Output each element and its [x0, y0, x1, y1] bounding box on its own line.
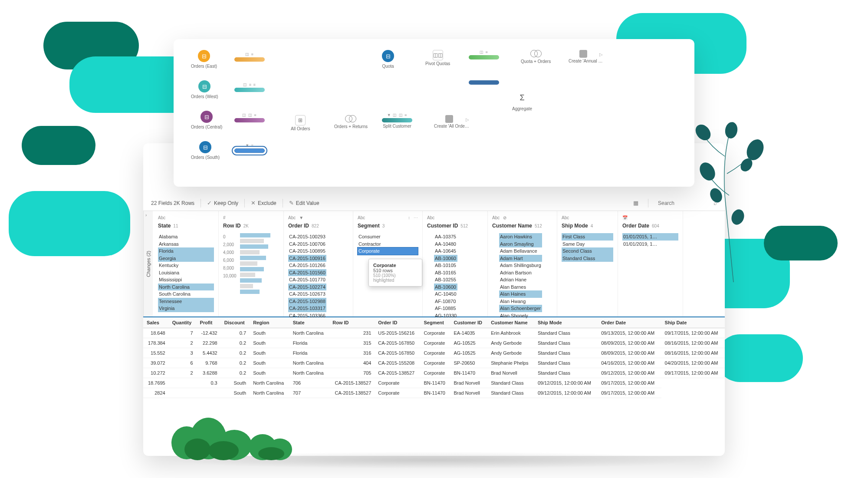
list-item[interactable]: Standard Class — [562, 255, 613, 262]
data-grid[interactable]: SalesQuantityProfitDiscountRegionStateRo… — [143, 317, 725, 398]
histogram-bar[interactable] — [240, 250, 279, 254]
list-item[interactable]: South Carolina — [158, 290, 214, 298]
column-header[interactable]: Quantity — [169, 317, 197, 328]
list-item[interactable]: AF-10870 — [434, 298, 457, 305]
profile-col-order-id[interactable]: Abc▼ Order ID822 CA-2015-100293CA-2015-1… — [284, 211, 353, 316]
histogram-bar[interactable] — [240, 256, 279, 260]
column-header[interactable]: Profit — [197, 317, 221, 328]
histogram-bar[interactable] — [240, 244, 279, 249]
list-item[interactable]: Louisiana — [158, 269, 214, 277]
list-item[interactable]: Adam Shillingsburg — [499, 262, 542, 269]
list-item[interactable]: CA-2015-101266 — [288, 262, 326, 269]
profile-col-customer-name[interactable]: Abc⊘ Customer Name512 Aaron HawkinsAaron… — [488, 211, 557, 316]
join-orders-returns[interactable]: Orders + Returns — [334, 115, 368, 129]
histogram-bar[interactable] — [240, 261, 279, 266]
profile-col-state[interactable]: Abc State11 AlabamaArkansasFloridaGeorgi… — [154, 211, 219, 316]
clean-step-quota[interactable]: ◫ ≡ — [469, 50, 499, 61]
list-item[interactable]: Adam Hart — [499, 255, 542, 262]
table-row[interactable]: 18.76950.3SouthNorth Carolina706CA-2015-… — [143, 378, 725, 388]
clean-step-east[interactable]: ◫ ≡ — [234, 52, 265, 63]
list-item[interactable]: Adrian Bartson — [499, 269, 542, 277]
profile-col-order-date[interactable]: 📅 Order Date604 01/01/2015, 1…01/01/2019… — [618, 211, 683, 316]
list-item[interactable]: Corporate — [358, 247, 418, 255]
keep-only-button[interactable]: ✓ Keep Only — [207, 200, 238, 206]
list-item[interactable]: Alan Hwang — [499, 298, 542, 305]
list-item[interactable]: Aaron Hawkins — [499, 233, 542, 241]
list-item[interactable]: CA-2015-102274 — [288, 284, 326, 291]
table-row[interactable]: 15.55235.44320.2SouthFlorida316CA-2015-1… — [143, 348, 725, 358]
histogram-bar[interactable] — [240, 290, 279, 294]
column-header[interactable]: Order Date — [598, 317, 661, 328]
list-item[interactable]: CA-2015-101560 — [288, 269, 326, 277]
more-icon[interactable]: ⋯ — [414, 215, 418, 220]
output-annual[interactable]: ▷ Create 'Annual … — [569, 50, 603, 63]
list-item[interactable]: AF-10885 — [434, 305, 457, 312]
list-item[interactable]: AA-10480 — [434, 241, 457, 248]
changes-tab[interactable]: Changes (2) — [143, 211, 153, 316]
histogram-bar[interactable] — [240, 284, 279, 288]
source-orders-central[interactable]: ⊟ Orders (Central) — [191, 111, 222, 129]
clean-step-west[interactable]: ◫ ≡ ≡ — [234, 82, 265, 93]
list-item[interactable]: 01/01/2019, 1… — [622, 241, 678, 248]
source-orders-west[interactable]: ⊟ Orders (West) — [191, 80, 218, 99]
step-aggregate[interactable]: Σ Aggregate — [512, 93, 532, 111]
list-item[interactable]: Consumer — [358, 233, 418, 241]
table-row[interactable]: 2824SouthNorth Carolina707CA-2015-138527… — [143, 388, 725, 398]
list-item[interactable]: CA-2015-100895 — [288, 247, 326, 255]
output-all-orders[interactable]: ▷ Create 'All Orde… — [434, 115, 469, 129]
column-header[interactable]: Order ID — [375, 317, 420, 328]
table-row[interactable]: 10.27223.62880.2SouthNorth Carolina705CA… — [143, 368, 725, 378]
union-all-orders[interactable]: ⊞ All Orders — [291, 115, 310, 131]
grid-icon[interactable]: ▦ — [633, 200, 638, 206]
list-item[interactable]: CA-2015-102673 — [288, 290, 326, 298]
list-item[interactable]: Alabama — [158, 233, 214, 241]
clean-step-central[interactable]: ◫ ◫ ≡ — [234, 113, 265, 124]
exclude-button[interactable]: ✕ Exclude — [251, 200, 276, 206]
list-item[interactable]: AC-10450 — [434, 290, 457, 298]
list-item[interactable]: CA-2015-101770 — [288, 276, 326, 284]
table-row[interactable]: 18.6487-12.4320.7SouthNorth Carolina231U… — [143, 328, 725, 338]
profile-col-row-id[interactable]: # Row ID2K 02,0004,0006,0008,00010,000 — [219, 211, 284, 316]
list-item[interactable]: Arkansas — [158, 241, 214, 248]
list-item[interactable]: Second Class — [562, 247, 613, 255]
list-item[interactable]: AB-10600 — [434, 284, 457, 291]
list-item[interactable]: Contractor — [358, 241, 418, 248]
list-item[interactable]: AA-10375 — [434, 233, 457, 241]
source-quota[interactable]: ⊟ Quota — [382, 50, 394, 69]
list-item[interactable]: AA-10645 — [434, 247, 457, 255]
list-item[interactable]: CA-2015-103366 — [288, 312, 326, 320]
list-item[interactable]: CA-2015-103317 — [288, 305, 326, 312]
clean-step-south[interactable]: ▼ ≡ — [234, 143, 265, 154]
list-item[interactable]: AB-10165 — [434, 269, 457, 277]
step-pivot-quotas[interactable]: ◫◫ Pivot Quotas — [425, 50, 450, 66]
list-item[interactable]: Mississippi — [158, 276, 214, 284]
histogram-bar[interactable] — [240, 233, 279, 237]
list-item[interactable]: Same Day — [562, 241, 613, 248]
step-split-customer[interactable]: ▼ ◫ ◫ ≡ Split Customer — [382, 113, 412, 129]
source-orders-east[interactable]: ⊟ Orders (East) — [191, 50, 217, 69]
source-orders-south[interactable]: ⊟ Orders (South) — [191, 141, 220, 160]
list-item[interactable]: Alan Haines — [499, 290, 542, 298]
column-header[interactable]: Ship Date — [661, 317, 725, 328]
list-item[interactable]: Alan Schoenberger — [499, 305, 542, 312]
list-item[interactable]: Adrian Hane — [499, 276, 542, 284]
profile-col-segment[interactable]: Abc ↕ ⋯ Segment3 ConsumerContractorCorpo… — [353, 211, 423, 316]
sort-icon[interactable]: ↕ — [408, 215, 410, 220]
table-row[interactable]: 178.384222.2980.2SouthFlorida315CA-2015-… — [143, 338, 725, 348]
clean-step-mid[interactable] — [469, 80, 499, 86]
list-item[interactable]: CA-2015-102988 — [288, 298, 326, 305]
list-item[interactable]: AG-10330 — [434, 312, 457, 320]
histogram-bar[interactable] — [240, 267, 279, 271]
list-item[interactable]: Kentucky — [158, 262, 214, 269]
profile-col-customer-id[interactable]: Abc Customer ID512 AA-10375AA-10480AA-10… — [423, 211, 488, 316]
list-item[interactable]: First Class — [562, 233, 613, 241]
list-item[interactable]: North Carolina — [158, 284, 214, 291]
list-item[interactable]: Florida — [158, 247, 214, 255]
profile-col-ship-mode[interactable]: Abc Ship Mode4 First ClassSame DaySecond… — [557, 211, 618, 316]
list-item[interactable]: Virginia — [158, 305, 214, 312]
list-item[interactable]: Alan Barnes — [499, 284, 542, 291]
list-item[interactable]: AB-10255 — [434, 276, 457, 284]
column-header[interactable]: Sales — [143, 317, 169, 328]
edit-value-button[interactable]: ✎ Edit Value — [289, 200, 319, 206]
list-item[interactable]: CA-2015-100293 — [288, 233, 326, 241]
